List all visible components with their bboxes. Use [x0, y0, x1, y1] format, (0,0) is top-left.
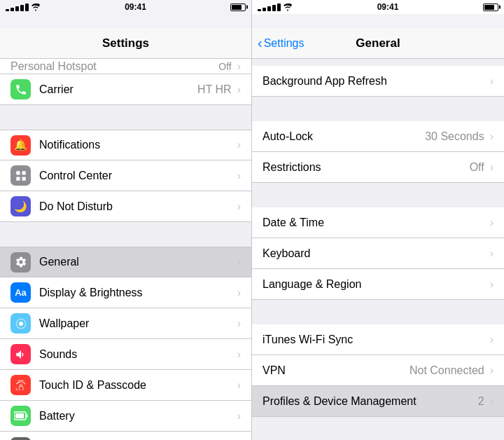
bg-refresh-chevron: ›	[490, 75, 493, 88]
settings-item-vpn[interactable]: VPN Not Connected ›	[252, 355, 504, 386]
rdot2	[262, 8, 266, 11]
settings-item-display[interactable]: Aa Display & Brightness ›	[0, 277, 251, 308]
partial-hotspot-item[interactable]: Personal Hotspot Off ›	[0, 59, 251, 74]
sounds-chevron: ›	[237, 348, 241, 361]
settings-item-battery[interactable]: Battery ›	[0, 401, 251, 432]
settings-item-date-time[interactable]: Date & Time ›	[252, 207, 504, 238]
settings-item-control-center[interactable]: Control Center ›	[0, 160, 251, 191]
settings-item-auto-lock[interactable]: Auto-Lock 30 Seconds ›	[252, 121, 504, 152]
back-label: Settings	[264, 37, 304, 50]
general-icon	[10, 252, 31, 273]
right-sep-3	[252, 300, 504, 324]
bg-refresh-label: Background App Refresh	[262, 75, 489, 88]
auto-lock-value: 30 Seconds	[425, 130, 484, 143]
carrier-icon	[10, 79, 31, 99]
hotspot-chevron: ›	[237, 60, 241, 73]
hotspot-value: Off	[218, 61, 231, 72]
settings-item-keyboard[interactable]: Keyboard ›	[252, 238, 504, 269]
battery-fill-right	[484, 5, 494, 10]
battery-chevron: ›	[237, 410, 241, 422]
general-label: General	[39, 256, 236, 268]
left-nav-title: Settings	[102, 36, 149, 50]
wifi-icon-right	[283, 4, 293, 11]
dnd-label: Do Not Disturb	[39, 200, 236, 213]
separator-2	[0, 222, 251, 247]
back-button[interactable]: ‹ Settings	[258, 37, 304, 50]
touchid-icon	[10, 375, 31, 395]
svg-rect-0	[16, 171, 20, 174]
wallpaper-chevron: ›	[237, 317, 241, 330]
profiles-label: Profiles & Device Management	[262, 395, 478, 408]
control-center-icon	[10, 165, 31, 186]
settings-item-bg-refresh[interactable]: Background App Refresh ›	[252, 66, 504, 97]
wallpaper-icon	[10, 313, 31, 334]
rdot1	[258, 9, 261, 11]
status-bar-right: 09:41	[252, 0, 504, 14]
notifications-chevron: ›	[237, 139, 241, 151]
settings-item-wallpaper[interactable]: Wallpaper ›	[0, 308, 251, 339]
settings-panel-left: 09:41 Settings Personal Hotspot Off › Ca…	[0, 0, 252, 440]
right-nav-bar: ‹ Settings General	[252, 28, 504, 59]
right-sep-4	[252, 417, 504, 440]
vpn-chevron: ›	[490, 364, 493, 377]
time-right: 09:41	[377, 2, 399, 12]
keyboard-label: Keyboard	[262, 247, 489, 260]
left-scroll-area: Personal Hotspot Off › Carrier HT HR › 🔔…	[0, 59, 251, 440]
date-time-label: Date & Time	[262, 216, 489, 229]
language-chevron: ›	[490, 278, 493, 291]
settings-item-carrier[interactable]: Carrier HT HR ›	[0, 74, 251, 105]
battery-icon-left	[230, 4, 246, 11]
auto-lock-label: Auto-Lock	[262, 130, 425, 143]
carrier-chevron: ›	[237, 83, 241, 96]
keyboard-chevron: ›	[490, 247, 493, 260]
dnd-chevron: ›	[237, 200, 241, 213]
vpn-label: VPN	[262, 364, 410, 377]
fingerprint-svg	[15, 379, 27, 392]
sounds-icon	[10, 344, 31, 364]
dot2	[10, 8, 14, 11]
settings-item-touchid[interactable]: Touch ID & Passcode ›	[0, 370, 251, 401]
settings-item-profiles[interactable]: Profiles & Device Management 2 ›	[252, 386, 504, 417]
svg-rect-2	[16, 177, 20, 180]
sounds-label: Sounds	[39, 348, 236, 361]
dot1	[6, 9, 9, 11]
back-arrow-icon: ‹	[258, 36, 262, 50]
svg-rect-3	[22, 177, 25, 180]
touchid-chevron: ›	[237, 379, 241, 392]
battery-svg	[14, 411, 28, 420]
dot3	[15, 6, 19, 11]
touchid-label: Touch ID & Passcode	[39, 379, 236, 392]
restrictions-label: Restrictions	[262, 161, 470, 174]
itunes-chevron: ›	[490, 334, 493, 346]
auto-lock-chevron: ›	[490, 130, 493, 143]
svg-rect-7	[15, 413, 24, 418]
restrictions-value: Off	[470, 161, 484, 174]
settings-item-itunes[interactable]: iTunes Wi-Fi Sync ›	[252, 324, 504, 355]
right-sep-0	[252, 59, 504, 66]
dot4	[20, 5, 24, 11]
right-scroll-area: Background App Refresh › Auto-Lock 30 Se…	[252, 59, 504, 440]
settings-item-privacy[interactable]: Privacy ›	[0, 432, 251, 440]
settings-panel-right: 09:41 ‹ Settings General Background App …	[252, 0, 504, 440]
signal-dots	[6, 4, 29, 11]
settings-item-general[interactable]: General ›	[0, 247, 251, 277]
settings-item-sounds[interactable]: Sounds ›	[0, 339, 251, 370]
vpn-value: Not Connected	[410, 364, 484, 377]
dnd-icon: 🌙	[10, 196, 31, 216]
rdot5	[277, 4, 281, 11]
right-sep-2	[252, 183, 504, 207]
settings-item-restrictions[interactable]: Restrictions Off ›	[252, 152, 504, 183]
rdot3	[267, 6, 271, 11]
gear-svg	[15, 256, 27, 268]
settings-item-dnd[interactable]: 🌙 Do Not Disturb ›	[0, 191, 251, 222]
carrier-value: HT HR	[197, 83, 232, 96]
settings-item-notifications[interactable]: 🔔 Notifications ›	[0, 130, 251, 160]
svg-point-4	[19, 322, 23, 326]
settings-item-language[interactable]: Language & Region ›	[252, 269, 504, 300]
notifications-label: Notifications	[39, 139, 236, 151]
display-label: Display & Brightness	[39, 287, 236, 299]
svg-rect-1	[22, 171, 25, 174]
right-sep-1	[252, 97, 504, 121]
control-center-label: Control Center	[39, 170, 236, 182]
wifi-icon	[31, 4, 41, 11]
